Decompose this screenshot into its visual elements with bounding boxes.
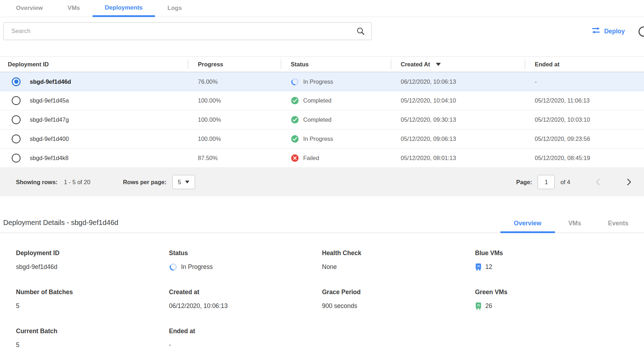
search-box[interactable]	[3, 22, 372, 40]
deploy-swap-icon	[592, 27, 600, 35]
completed-icon	[291, 135, 299, 143]
tab-deployments[interactable]: Deployments	[93, 0, 155, 17]
detail-label: Status	[169, 249, 322, 257]
showing-rows-label: Showing rows:	[16, 179, 57, 186]
search-icon[interactable]	[354, 27, 371, 35]
tab-logs[interactable]: Logs	[155, 0, 194, 17]
detail-label: Deployment ID	[16, 249, 169, 257]
deployments-table: Deployment IDProgressStatusCreated AtEnd…	[0, 56, 644, 196]
detail-value: sbgd-9ef1d46d	[16, 262, 169, 271]
created-at-cell: 05/12/2020, 09:30:13	[391, 116, 525, 123]
details-title: Deployment Details - sbgd-9ef1d46d	[3, 219, 118, 232]
table-footer: Showing rows: 1 - 5 of 20 Rows per page:…	[0, 168, 644, 196]
deployment-id-cell: sbgd-9ef1d47g	[0, 115, 188, 124]
deploy-label: Deploy	[604, 28, 625, 35]
vm-blue-icon	[475, 263, 482, 271]
detail-field-grace-period: Grace Period900 seconds	[322, 288, 475, 310]
rows-per-page-select[interactable]: 5	[172, 175, 195, 189]
column-header-progress[interactable]: Progress	[188, 57, 281, 72]
deployment-id-cell: sbgd-9ef1d4k8	[0, 154, 188, 163]
row-radio[interactable]	[12, 115, 21, 124]
detail-label: Green VMs	[475, 288, 628, 296]
deployment-id-cell: sbgd-9ef1d400	[0, 134, 188, 143]
detail-value: 900 seconds	[322, 301, 475, 310]
detail-value-text: sbgd-9ef1d46d	[16, 263, 57, 271]
deployment-id: sbgd-9ef1d45a	[30, 97, 69, 104]
deployment-id: sbgd-9ef1d46d	[30, 78, 71, 85]
refresh-icon[interactable]	[637, 25, 644, 39]
column-label: Deployment ID	[8, 61, 49, 68]
detail-value: 06/12/2020, 10:06:13	[169, 301, 322, 310]
detail-field-blue-vms: Blue VMs12	[475, 249, 628, 271]
detail-value: 12	[475, 262, 628, 271]
details-tab-vms[interactable]: VMs	[555, 220, 595, 232]
column-label: Ended at	[535, 61, 560, 68]
column-header-status[interactable]: Status	[281, 57, 391, 72]
details-tab-events[interactable]: Events	[595, 220, 642, 232]
status-label: Completed	[303, 116, 332, 123]
detail-label: Created at	[169, 288, 322, 296]
status-cell: Completed	[281, 97, 391, 105]
chevron-down-icon	[185, 181, 189, 183]
detail-field-current-batch: Current Batch5	[16, 328, 169, 350]
detail-value: In Progress	[169, 262, 322, 271]
ended-at-cell: 05/12/2020, 11:06:13	[525, 97, 644, 104]
progress-cell: 100.00%	[188, 116, 281, 123]
row-radio[interactable]	[12, 96, 21, 105]
detail-field-created-at: Created at06/12/2020, 10:06:13	[169, 288, 322, 310]
detail-field-deployment-id: Deployment IDsbgd-9ef1d46d	[16, 249, 169, 271]
failed-icon	[291, 154, 299, 162]
table-row[interactable]: sbgd-9ef1d47g100.00%Completed05/12/2020,…	[0, 110, 644, 130]
tab-overview[interactable]: Overview	[4, 0, 55, 17]
column-header-deployment-id[interactable]: Deployment ID	[0, 57, 188, 72]
created-at-cell: 05/12/2020, 10:04:10	[391, 97, 525, 104]
detail-value: 5	[16, 301, 169, 310]
detail-value: 26	[475, 301, 628, 310]
deploy-button[interactable]: Deploy	[592, 27, 625, 35]
detail-field-ended-at: Ended at-	[169, 328, 322, 350]
detail-value: -	[169, 340, 322, 350]
table-body: sbgd-9ef1d46d76.00%In Progress06/12/2020…	[0, 72, 644, 168]
row-radio-selected[interactable]	[12, 77, 21, 86]
progress-cell: 100.00%	[188, 97, 281, 104]
search-input[interactable]	[4, 28, 354, 35]
detail-label: Current Batch	[16, 328, 169, 335]
table-row[interactable]: sbgd-9ef1d400100.00%In Progress05/12/202…	[0, 130, 644, 149]
detail-field-status: StatusIn Progress	[169, 249, 322, 271]
status-cell: Failed	[281, 154, 391, 162]
table-row[interactable]: sbgd-9ef1d46d76.00%In Progress06/12/2020…	[0, 72, 644, 91]
details-tab-overview[interactable]: Overview	[500, 220, 555, 232]
column-label: Status	[291, 61, 309, 68]
table-row[interactable]: sbgd-9ef1d4k887.50%Failed05/12/2020, 08:…	[0, 149, 644, 168]
prev-page-button[interactable]	[594, 177, 603, 187]
created-at-cell: 05/12/2020, 09:06:13	[391, 136, 525, 142]
status-label: In Progress	[303, 136, 333, 142]
details-tabs: OverviewVMsEvents	[500, 220, 642, 232]
detail-value-text: In Progress	[181, 263, 213, 271]
ended-at-cell: 05/12/2020, 09:23:56	[525, 136, 644, 142]
details-grid: Deployment IDsbgd-9ef1d46dStatusIn Progr…	[16, 249, 628, 350]
tab-vms[interactable]: VMs	[55, 0, 93, 17]
deployment-id-cell: sbgd-9ef1d45a	[0, 96, 188, 105]
status-cell: In Progress	[281, 78, 391, 86]
deployment-id: sbgd-9ef1d4k8	[30, 155, 68, 161]
detail-label: Number of Batches	[16, 288, 169, 296]
table-header-row: Deployment IDProgressStatusCreated AtEnd…	[0, 56, 644, 72]
deployment-id: sbgd-9ef1d400	[30, 136, 69, 142]
detail-field-green-vms: Green VMs26	[475, 288, 628, 310]
row-radio[interactable]	[12, 154, 21, 163]
status-cell: Completed	[281, 116, 391, 124]
progress-cell: 100.00%	[188, 136, 281, 142]
next-page-button[interactable]	[624, 177, 633, 187]
table-row[interactable]: sbgd-9ef1d45a100.00%Completed05/12/2020,…	[0, 91, 644, 110]
page-input[interactable]	[538, 175, 555, 189]
column-header-created-at[interactable]: Created At	[391, 57, 525, 72]
in-progress-spinner-icon	[169, 263, 177, 271]
detail-value: None	[322, 262, 475, 271]
deployment-id-cell: sbgd-9ef1d46d	[0, 77, 188, 86]
row-radio[interactable]	[12, 134, 21, 143]
column-header-ended-at[interactable]: Ended at	[525, 57, 644, 72]
deployment-id: sbgd-9ef1d47g	[30, 116, 69, 123]
progress-cell: 87.50%	[188, 155, 281, 161]
in-progress-icon	[291, 78, 299, 86]
